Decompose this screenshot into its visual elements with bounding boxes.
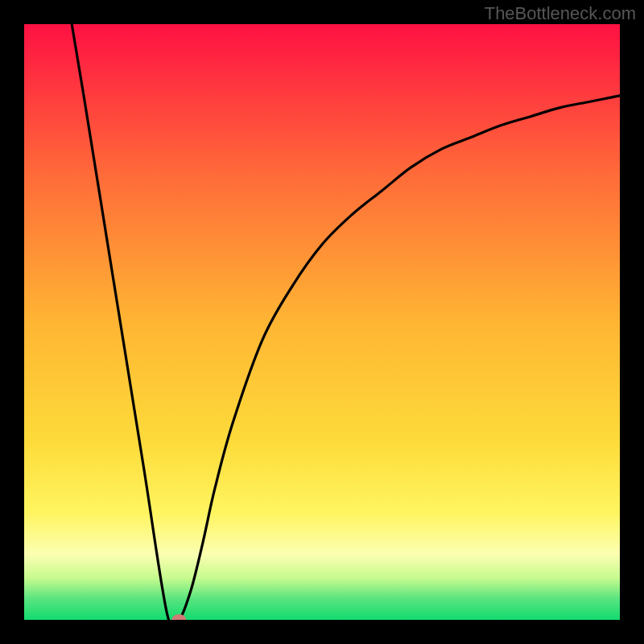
watermark-text: TheBottleneck.com [485,3,636,24]
gradient-background [24,24,620,620]
plot-area [24,24,620,620]
chart-svg [24,24,620,620]
chart-frame: TheBottleneck.com [0,0,644,644]
